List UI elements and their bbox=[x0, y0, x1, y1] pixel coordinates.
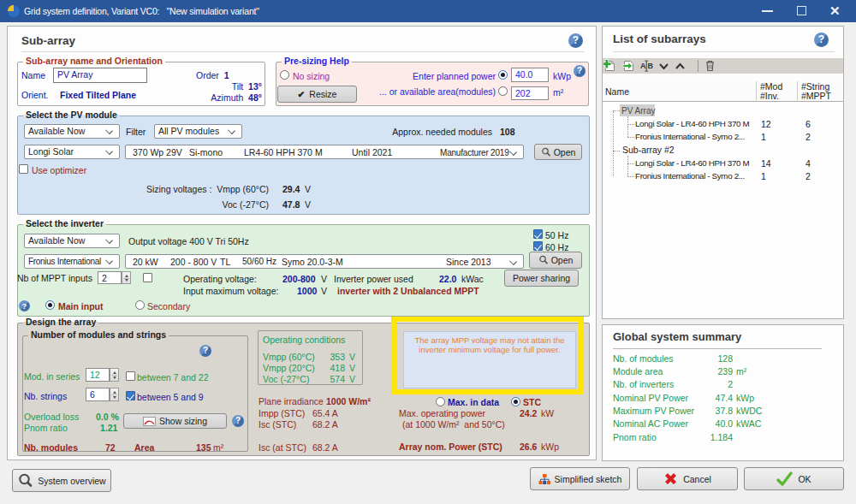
svg-text:B: B bbox=[648, 62, 654, 70]
svg-text:A: A bbox=[640, 62, 646, 70]
